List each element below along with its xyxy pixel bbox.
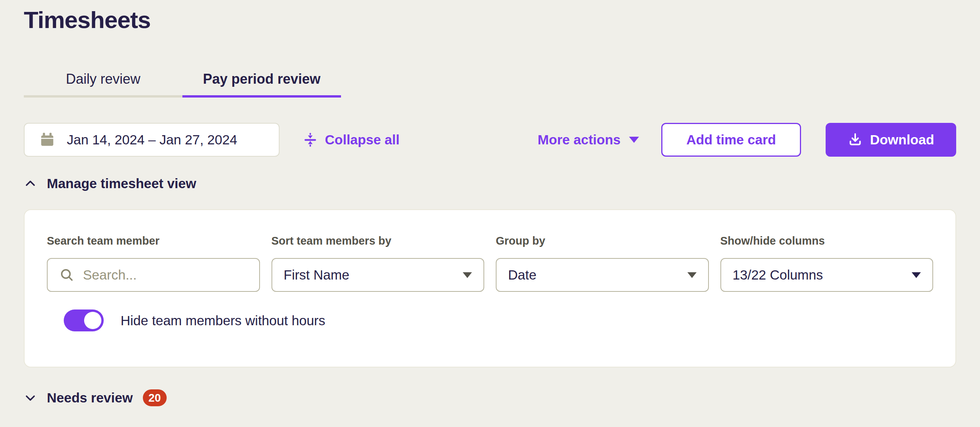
collapse-all-button[interactable]: Collapse all: [303, 132, 400, 147]
filter-group-by: Group by Date: [496, 235, 709, 292]
manage-view-section-label: Manage timesheet view: [47, 176, 196, 191]
filters-row: Search team member Sort team members by …: [47, 235, 933, 292]
search-team-member-label: Search team member: [47, 235, 260, 247]
collapse-all-icon: [303, 132, 318, 147]
search-icon: [59, 267, 74, 283]
needs-review-section-label: Needs review: [47, 390, 133, 405]
tab-bar: Daily review Pay period review: [24, 63, 341, 98]
needs-review-count-badge: 20: [143, 389, 167, 406]
filter-sort-team-members: Sort team members by First Name: [271, 235, 485, 292]
filter-search-team-member: Search team member: [47, 235, 260, 292]
columns-select-value: 13/22 Columns: [733, 267, 823, 283]
chevron-down-icon: [687, 272, 697, 278]
tab-label: Pay period review: [203, 71, 320, 87]
manage-view-section-toggle[interactable]: Manage timesheet view: [24, 176, 196, 191]
filter-show-hide-columns: Show/hide columns 13/22 Columns: [720, 235, 934, 292]
date-range-picker[interactable]: Jan 14, 2024 – Jan 27, 2024: [24, 123, 280, 157]
sort-team-members-label: Sort team members by: [271, 235, 485, 247]
add-time-card-button[interactable]: Add time card: [661, 123, 801, 157]
date-range-text: Jan 14, 2024 – Jan 27, 2024: [67, 132, 237, 147]
manage-timesheet-view-card: Search team member Sort team members by …: [24, 209, 956, 367]
sort-select-value: First Name: [284, 267, 349, 283]
chevron-down-icon: [463, 272, 472, 278]
show-hide-columns-label: Show/hide columns: [720, 235, 934, 247]
hide-members-toggle[interactable]: [64, 309, 104, 331]
download-icon: [848, 132, 863, 147]
chevron-down-icon: [912, 272, 921, 278]
search-input-container: [47, 258, 260, 292]
sort-select[interactable]: First Name: [271, 258, 485, 292]
chevron-up-icon: [24, 177, 37, 190]
toggle-knob: [84, 312, 101, 329]
group-by-select-value: Date: [508, 267, 536, 283]
needs-review-section-toggle[interactable]: Needs review 20: [24, 389, 167, 406]
more-actions-button[interactable]: More actions: [538, 132, 639, 147]
chevron-down-icon: [24, 391, 37, 404]
group-by-label: Group by: [496, 235, 709, 247]
hide-members-toggle-row: Hide team members without hours: [47, 309, 933, 331]
toolbar: Jan 14, 2024 – Jan 27, 2024 Collapse all…: [24, 122, 956, 157]
columns-select[interactable]: 13/22 Columns: [720, 258, 934, 292]
chevron-down-icon: [629, 137, 639, 143]
hide-members-toggle-label: Hide team members without hours: [121, 313, 325, 328]
tab-label: Daily review: [66, 71, 140, 87]
download-button[interactable]: Download: [826, 123, 956, 157]
download-label: Download: [870, 132, 934, 147]
more-actions-label: More actions: [538, 132, 621, 147]
tab-pay-period-review[interactable]: Pay period review: [182, 63, 341, 98]
search-input[interactable]: [83, 267, 248, 283]
tab-daily-review[interactable]: Daily review: [24, 63, 182, 98]
page-title: Timesheets: [24, 6, 151, 33]
group-by-select[interactable]: Date: [496, 258, 709, 292]
collapse-all-label: Collapse all: [325, 132, 400, 147]
calendar-icon: [39, 132, 55, 148]
